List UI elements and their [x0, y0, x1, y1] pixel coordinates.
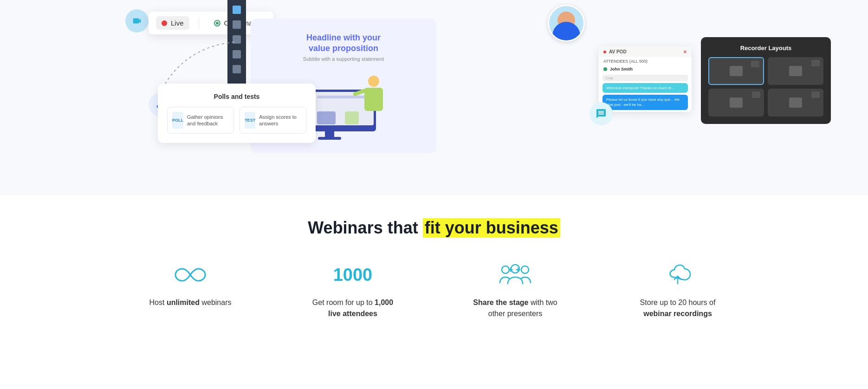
feature-recordings-text: Store up to 20 hours ofwebinar recording…: [640, 297, 716, 319]
chat-header: AV POD ✕: [599, 46, 692, 57]
feature-unlimited: Host unlimited webinars: [125, 261, 255, 308]
bottom-section: Webinars that fit your business Host unl…: [0, 195, 868, 347]
cloud-upload-icon: [664, 263, 691, 286]
thumb-inner-2: [789, 66, 802, 76]
polls-card: Polls and tests POLL Gather opinions and…: [158, 84, 316, 143]
person-body: [364, 88, 383, 111]
recorder-thumb-3[interactable]: [708, 89, 764, 117]
recorder-grid: [708, 57, 823, 117]
feature-recordings: Store up to 20 hours ofwebinar recording…: [613, 261, 743, 319]
polls-options: POLL Gather opinions and feedback TEST A…: [167, 107, 306, 134]
webinar-subtitle: Subtitle with a supporting statement: [303, 56, 384, 62]
poll-label-2: Assign scores to answers: [259, 114, 301, 127]
monitor-stand: [325, 130, 334, 137]
poll-icon: POLL: [172, 112, 183, 129]
feature-unlimited-text: Host unlimited webinars: [149, 297, 232, 308]
infinity-icon-wrapper: [175, 261, 206, 289]
headline-row: Webinars that fit your business: [308, 218, 560, 238]
monitor-base: [318, 137, 341, 140]
feature-attendees-text: Get room for up to 1,000live attendees: [312, 297, 393, 319]
chat-input[interactable]: Chat: [602, 75, 688, 81]
thumb-inner-4: [789, 97, 802, 108]
feature-attendees: 1000 Get room for up to 1,000live attend…: [288, 261, 418, 319]
test-icon: TEST: [245, 112, 255, 129]
thumb-inner-3: [730, 97, 743, 108]
sidebar-icon-video: [233, 6, 241, 14]
thumb-inner-1: [730, 66, 743, 76]
headline-normal: Webinars that: [308, 218, 418, 238]
poll-option-1: POLL Gather opinions and feedback: [167, 107, 234, 134]
person-head: [368, 76, 379, 87]
recorder-thumb-2[interactable]: [768, 57, 823, 85]
webinar-headline: Headline with your value proposition: [306, 32, 381, 54]
thumb-small-1: [751, 61, 759, 67]
features-row: Host unlimited webinars 1000 Get room fo…: [109, 261, 759, 319]
contact-online-dot: [603, 67, 607, 71]
feature-presenters: Share the stage with twoother presenters: [450, 261, 580, 319]
recorder-thumb-4[interactable]: [768, 89, 823, 117]
top-section: Live On demand Headline with your value …: [0, 0, 868, 195]
cloud-icon-wrapper: [664, 261, 691, 289]
polls-title: Polls and tests: [167, 93, 306, 100]
chat-bubble-1: Welcome everyone! Thanks so much fo...: [602, 83, 688, 93]
chat-close-icon[interactable]: ✕: [683, 50, 687, 54]
person-figure: [357, 76, 390, 127]
number-1000-label: 1000: [333, 265, 373, 285]
chat-panel: AV POD ✕ ATTENDEES (ALL 500) John Smith …: [599, 46, 692, 112]
thumb-small-2: [811, 60, 820, 66]
recorder-thumb-1[interactable]: [708, 57, 764, 85]
svg-point-3: [502, 266, 509, 273]
chat-av-dot: [603, 51, 606, 53]
poll-label-1: Gather opinions and feedback: [187, 114, 229, 127]
chat-contact: John Smith: [599, 65, 692, 73]
chat-bubble-2: Please let us know if you have any que..…: [602, 95, 688, 110]
svg-point-5: [521, 266, 529, 273]
presenters-icon: [499, 263, 531, 286]
chat-input-placeholder: Chat: [605, 76, 613, 80]
thumb-small-4: [811, 91, 820, 98]
infinity-icon: [175, 267, 206, 283]
presenters-icon-wrapper: [499, 261, 531, 289]
thumb-small-3: [752, 91, 760, 98]
contact-name: John Smith: [610, 67, 633, 71]
poll-option-2: TEST Assign scores to answers: [240, 107, 306, 134]
avatar: [548, 5, 585, 42]
avatar-body: [552, 22, 580, 40]
number-icon-wrapper: 1000: [333, 261, 373, 289]
chat-header-label: AV POD: [609, 49, 627, 54]
chat-bubble-icon: [589, 102, 613, 125]
recorder-card: Recorder Layouts: [701, 37, 831, 124]
feature-presenters-text: Share the stage with twoother presenters: [473, 297, 557, 319]
headline-highlighted: fit your business: [423, 218, 560, 238]
recorder-title: Recorder Layouts: [708, 45, 823, 52]
chat-attendee-label: ATTENDEES (ALL 500): [599, 57, 692, 65]
